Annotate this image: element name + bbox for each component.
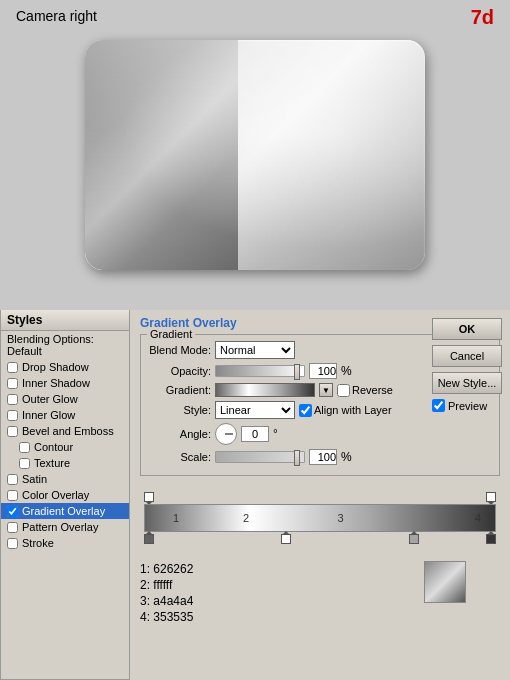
stroke-label: Stroke (22, 537, 54, 549)
reverse-label[interactable]: Reverse (337, 384, 393, 397)
ok-button[interactable]: OK (432, 318, 502, 340)
styles-sidebar: Styles Blending Options: Default Drop Sh… (0, 310, 130, 680)
bar-label-4: 4 (475, 512, 481, 524)
gradient-bar-container: 1 2 3 4 (140, 492, 500, 544)
opacity-unit: % (341, 364, 352, 378)
pattern-overlay-checkbox[interactable] (7, 522, 18, 533)
color-stop-4[interactable] (486, 534, 496, 544)
stroke-checkbox[interactable] (7, 538, 18, 549)
bevel-emboss-checkbox[interactable] (7, 426, 18, 437)
color-stop-3[interactable] (409, 534, 419, 544)
gradient-preview-container: ▼ (215, 383, 333, 397)
gradient-overlay-checkbox[interactable] (7, 506, 18, 517)
legend-item-4: 4: 353535 (140, 610, 500, 624)
angle-input[interactable] (241, 426, 269, 442)
align-with-layer-text: Align with Layer (314, 404, 392, 416)
color-overlay-label: Color Overlay (22, 489, 89, 501)
opacity-slider[interactable] (215, 365, 305, 377)
preview-label[interactable]: Preview (432, 399, 502, 412)
sidebar-item-contour[interactable]: Contour (1, 439, 129, 455)
opacity-stop-left[interactable] (144, 492, 154, 502)
gradient-main-bar[interactable]: 1 2 3 4 (144, 504, 496, 532)
gradient-preview-strip[interactable] (215, 383, 315, 397)
opacity-thumb[interactable] (294, 364, 300, 380)
gradient-editor: 1 2 3 4 (130, 480, 510, 556)
sidebar-item-pattern-overlay[interactable]: Pattern Overlay (1, 519, 129, 535)
style-select[interactable]: Linear (215, 401, 295, 419)
color-overlay-checkbox[interactable] (7, 490, 18, 501)
step-label: 7d (471, 6, 494, 29)
preview-area: Camera right 7d (0, 0, 510, 310)
sidebar-item-color-overlay[interactable]: Color Overlay (1, 487, 129, 503)
inner-shadow-label: Inner Shadow (22, 377, 90, 389)
inner-glow-checkbox[interactable] (7, 410, 18, 421)
opacity-label: Opacity: (149, 365, 211, 377)
gradient-label: Gradient: (149, 384, 211, 396)
sidebar-item-bevel-emboss[interactable]: Bevel and Emboss (1, 423, 129, 439)
sidebar-item-drop-shadow[interactable]: Drop Shadow (1, 359, 129, 375)
sidebar-item-gradient-overlay[interactable]: Gradient Overlay (1, 503, 129, 519)
sidebar-item-outer-glow[interactable]: Outer Glow (1, 391, 129, 407)
angle-unit: ° (273, 427, 278, 441)
angle-label: Angle: (149, 428, 211, 440)
angle-circle[interactable] (215, 423, 237, 445)
drop-shadow-checkbox[interactable] (7, 362, 18, 373)
preview-checkbox[interactable] (432, 399, 445, 412)
bar-label-2: 2 (243, 512, 249, 524)
scale-slider[interactable] (215, 451, 305, 463)
preview-thumbnail (424, 561, 466, 603)
outer-glow-checkbox[interactable] (7, 394, 18, 405)
scale-unit: % (341, 450, 352, 464)
styles-sidebar-title: Styles (1, 310, 129, 331)
angle-control: ° (215, 423, 278, 445)
sidebar-item-texture[interactable]: Texture (1, 455, 129, 471)
style-label: Style: (149, 404, 211, 416)
sidebar-item-inner-glow[interactable]: Inner Glow (1, 407, 129, 423)
cancel-button[interactable]: Cancel (432, 345, 502, 367)
reverse-text: Reverse (352, 384, 393, 396)
scale-input[interactable] (309, 449, 337, 465)
color-stop-1[interactable] (144, 534, 154, 544)
gradient-box-title: Gradient (147, 328, 195, 340)
bevel-emboss-label: Bevel and Emboss (22, 425, 114, 437)
blend-mode-label: Blend Mode: (149, 344, 211, 356)
contour-checkbox[interactable] (19, 442, 30, 453)
sidebar-item-inner-shadow[interactable]: Inner Shadow (1, 375, 129, 391)
drop-shadow-label: Drop Shadow (22, 361, 89, 373)
contour-label: Contour (34, 441, 73, 453)
align-with-layer-checkbox[interactable] (299, 404, 312, 417)
scale-label: Scale: (149, 451, 211, 463)
satin-label: Satin (22, 473, 47, 485)
texture-checkbox[interactable] (19, 458, 30, 469)
opacity-stop-right[interactable] (486, 492, 496, 502)
bar-label-3: 3 (338, 512, 344, 524)
opacity-input[interactable] (309, 363, 337, 379)
color-stop-2[interactable] (281, 534, 291, 544)
gradient-color-stops-row (140, 532, 500, 544)
sidebar-item-stroke[interactable]: Stroke (1, 535, 129, 551)
sidebar-item-blending[interactable]: Blending Options: Default (1, 331, 129, 359)
new-style-button[interactable]: New Style... (432, 372, 502, 394)
gradient-dropdown-arrow[interactable]: ▼ (319, 383, 333, 397)
reverse-checkbox[interactable] (337, 384, 350, 397)
gradient-top-stops (140, 492, 500, 504)
inner-shadow-checkbox[interactable] (7, 378, 18, 389)
camera-title: Camera right (16, 8, 97, 24)
scale-thumb[interactable] (294, 450, 300, 466)
gradient-overlay-label: Gradient Overlay (22, 505, 105, 517)
align-with-layer-label[interactable]: Align with Layer (299, 404, 392, 417)
pattern-overlay-label: Pattern Overlay (22, 521, 98, 533)
sidebar-item-satin[interactable]: Satin (1, 471, 129, 487)
blending-label: Blending Options: Default (7, 333, 123, 357)
metal-card-preview (85, 40, 425, 270)
inner-glow-label: Inner Glow (22, 409, 75, 421)
preview-text: Preview (448, 400, 487, 412)
angle-line (225, 434, 233, 435)
bar-label-1: 1 (173, 512, 179, 524)
bottom-panel: Styles Blending Options: Default Drop Sh… (0, 310, 510, 680)
texture-label: Texture (34, 457, 70, 469)
outer-glow-label: Outer Glow (22, 393, 78, 405)
satin-checkbox[interactable] (7, 474, 18, 485)
blend-mode-select[interactable]: Normal (215, 341, 295, 359)
buttons-panel: OK Cancel New Style... Preview (432, 318, 502, 463)
